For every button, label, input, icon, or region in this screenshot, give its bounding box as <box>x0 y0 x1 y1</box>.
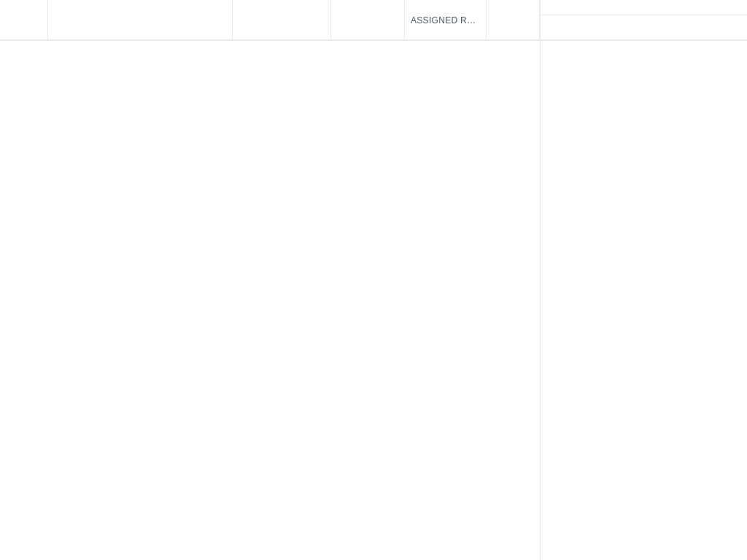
gantt-timeline[interactable] <box>541 0 747 560</box>
col-header-duration[interactable] <box>331 0 405 39</box>
col-header-start[interactable] <box>233 0 331 39</box>
task-grid: ASSIGNED RESO… <box>0 0 541 560</box>
grid-header: ASSIGNED RESO… <box>0 0 540 41</box>
timeline-header-weeks <box>541 0 747 15</box>
col-header-resources[interactable]: ASSIGNED RESO… <box>405 0 487 39</box>
grid-body[interactable] <box>0 41 540 560</box>
timeline-header-days <box>541 15 747 41</box>
col-header-name[interactable] <box>48 0 233 39</box>
col-header-done[interactable] <box>487 0 540 39</box>
timeline-body[interactable] <box>541 41 747 560</box>
col-header-wbs[interactable] <box>0 0 48 39</box>
